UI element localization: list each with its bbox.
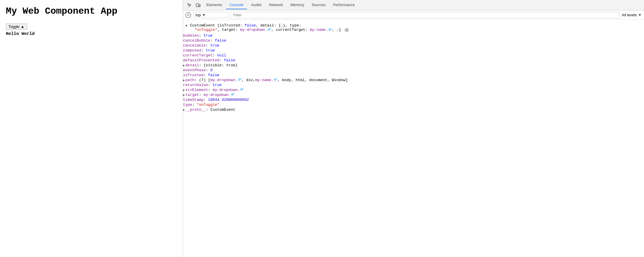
prop-row-detail: detail: {visible: true}: [183, 63, 644, 68]
prop-name-srcelement: srcElement: [185, 88, 208, 92]
page-title: My Web Component App: [6, 6, 177, 17]
prop-val-cancelable: true: [210, 43, 219, 48]
expand-customevent-arrow[interactable]: ▼: [185, 23, 189, 28]
prop-val-srcelement[interactable]: my-dropdown.: [213, 88, 240, 92]
device-toggle-icon[interactable]: [194, 1, 202, 9]
prop-row-timestamp: timeStamp: 18044.420000000002: [183, 97, 644, 102]
prop-row-type: type: "onToggle": [183, 102, 644, 107]
prop-val-bubbles: true: [203, 33, 212, 38]
console-entry-customevent: ▼ CustomEvent {isTrusted: false, detail:…: [183, 22, 644, 33]
expand-srcelement-arrow[interactable]: [183, 88, 185, 92]
tab-performance[interactable]: Performance: [330, 1, 358, 9]
prop-row-cancelable: cancelable: true: [183, 43, 644, 48]
prop-name-composed: composed: [183, 48, 201, 53]
prop-val-target[interactable]: my-dropdown.: [203, 93, 231, 97]
context-value: top: [196, 13, 201, 17]
devtools-tabs-bar: Elements Console Audits Network Memory S…: [183, 0, 644, 10]
console-output: ▼ CustomEvent {isTrusted: false, detail:…: [183, 20, 644, 257]
svg-rect-0: [196, 4, 199, 7]
path-diamond-2: 💎: [273, 78, 278, 82]
srcelement-diamond: 💎: [240, 88, 244, 92]
tab-audits[interactable]: Audits: [248, 1, 265, 9]
prop-name-detail: detail: [185, 63, 199, 67]
prop-row-returnvalue: returnValue: true: [183, 83, 644, 88]
current-target-diamond-icon: 💎: [328, 28, 332, 32]
prop-row-cancelbubble: cancelBubble: false: [183, 38, 644, 43]
prop-name-cancelbubble: cancelBubble: [183, 38, 210, 43]
prop-row-composed: composed: true: [183, 48, 644, 53]
prop-val-timestamp: 18044.420000000002: [208, 98, 249, 102]
info-icon[interactable]: i: [345, 28, 349, 32]
istrusted-value-inline: false: [244, 23, 256, 28]
prop-row-srcelement: srcElement: my-dropdown.💎: [183, 88, 644, 92]
prop-name-path: path: [185, 78, 194, 82]
event-type-value-inline: "onToggle": [195, 28, 217, 32]
prop-name-timestamp: timeStamp: [183, 98, 203, 102]
console-toolbar: ⊘ top ▼ All levels ▼: [183, 10, 644, 20]
prop-name-proto: __proto__: [185, 108, 206, 112]
target-element-inline[interactable]: my-dropdown.: [240, 28, 267, 32]
prop-val-composed: true: [206, 48, 215, 53]
prop-val-istrusted: false: [208, 73, 219, 77]
customevent-class: CustomEvent {isTrusted:: [190, 23, 244, 28]
customevent-summary: CustomEvent {isTrusted: false, detail: {…: [190, 23, 642, 32]
prop-row-proto: __proto__: CustomEvent: [183, 107, 644, 112]
toggle-button[interactable]: Toggle ▲: [6, 24, 27, 30]
context-dropdown-icon: ▼: [202, 13, 206, 17]
expand-proto-arrow[interactable]: [183, 108, 185, 112]
target-diamond: 💎: [231, 93, 235, 97]
prop-val-path: (7) [: [199, 78, 210, 82]
prop-val-returnvalue: true: [212, 83, 221, 87]
prop-name-cancelable: cancelable: [183, 43, 206, 48]
target-diamond-icon: 💎: [267, 28, 271, 32]
prop-name-defaultprevented: defaultPrevented: [183, 58, 219, 63]
prop-row-eventphase: eventPhase: 0: [183, 68, 644, 73]
prop-name-bubbles: bubbles: [183, 33, 199, 38]
current-target-element-inline[interactable]: my-name.: [310, 28, 328, 32]
prop-name-type: type: [183, 103, 192, 107]
tab-memory[interactable]: Memory: [287, 1, 308, 9]
clear-console-button[interactable]: ⊘: [185, 12, 191, 18]
prop-row-istrusted: isTrusted: false: [183, 73, 644, 78]
tab-sources[interactable]: Sources: [308, 1, 329, 9]
prop-row-target: target: my-dropdown.💎: [183, 92, 644, 97]
path-my-dropdown[interactable]: my-dropdown.: [210, 78, 238, 82]
inspect-icon[interactable]: [185, 1, 194, 9]
tab-network[interactable]: Network: [266, 1, 287, 9]
prop-val-proto: CustomEvent: [210, 108, 235, 112]
prop-val-defaultprevented: false: [224, 58, 235, 63]
tab-console[interactable]: Console: [226, 1, 247, 9]
console-filter-input[interactable]: [231, 12, 620, 18]
tab-elements[interactable]: Elements: [203, 1, 226, 9]
prop-name-returnvalue: returnValue: [183, 83, 208, 87]
prop-name-currenttarget: currentTarget: [183, 53, 212, 58]
prop-name-istrusted: isTrusted: [183, 73, 203, 77]
browser-content-panel: My Web Component App Toggle ▲ Hello Worl…: [0, 0, 183, 257]
expand-target-arrow[interactable]: [183, 93, 185, 97]
expand-path-arrow[interactable]: [183, 78, 185, 82]
prop-name-target: target: [185, 93, 199, 97]
prop-row-defaultprevented: defaultPrevented: false: [183, 58, 644, 63]
prop-val-detail: {visible: true}: [203, 63, 237, 67]
path-diamond-1: 💎: [238, 78, 242, 82]
devtools-panel: Elements Console Audits Network Memory S…: [183, 0, 644, 257]
levels-selector[interactable]: All levels ▼: [622, 13, 642, 17]
levels-label: All levels: [622, 13, 637, 17]
hello-world-text: Hello World: [6, 31, 177, 36]
levels-dropdown-icon: ▼: [638, 13, 642, 17]
prop-val-type: "onToggle": [197, 103, 219, 107]
path-my-name[interactable]: my-name.: [255, 78, 273, 82]
prop-val-cancelbubble: false: [215, 38, 226, 43]
svg-rect-1: [199, 5, 200, 7]
context-selector[interactable]: top ▼: [194, 12, 228, 18]
prop-row-currenttarget: currentTarget: null: [183, 53, 644, 58]
prop-val-currenttarget: null: [217, 53, 226, 58]
prop-row-bubbles: bubbles: true: [183, 33, 644, 38]
prop-row-path: path: (7) [my-dropdown.💎, div, my-name.💎…: [183, 78, 644, 83]
prop-val-eventphase: 0: [210, 68, 213, 72]
prop-name-eventphase: eventPhase: [183, 68, 206, 72]
expand-detail-arrow[interactable]: [183, 63, 185, 67]
